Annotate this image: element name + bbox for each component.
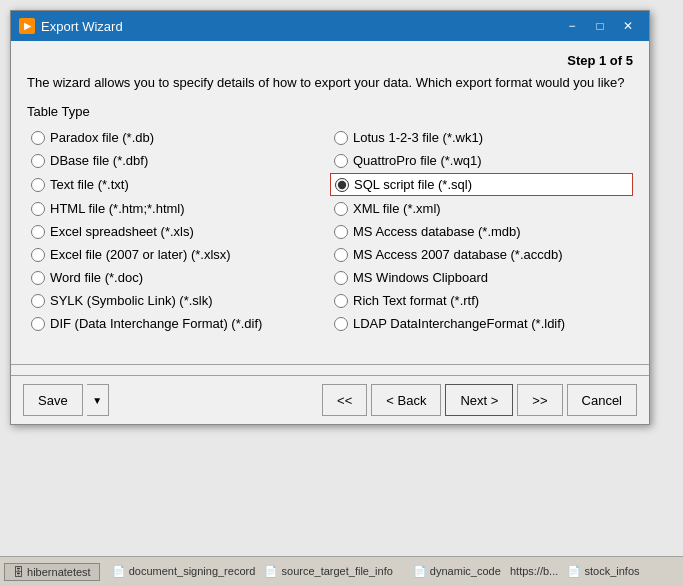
taskbar-item-hibernate[interactable]: 🗄 hibernatetest bbox=[4, 563, 100, 581]
radio-label-dif: DIF (Data Interchange Format) (*.dif) bbox=[50, 316, 262, 331]
separator bbox=[11, 364, 649, 365]
radio-input-quattro[interactable] bbox=[334, 154, 348, 168]
export-wizard-window: ▶ Export Wizard − □ ✕ Step 1 of 5 The wi… bbox=[10, 10, 650, 425]
radio-input-rtf[interactable] bbox=[334, 294, 348, 308]
taskbar-item-dynamic: 📄 dynamic_code https://b... 📄 stock_info… bbox=[405, 563, 648, 580]
radio-text[interactable]: Text file (*.txt) bbox=[27, 173, 330, 196]
window-icon: ▶ bbox=[19, 18, 35, 34]
radio-label-text: Text file (*.txt) bbox=[50, 177, 129, 192]
forward-button[interactable]: >> bbox=[517, 384, 562, 416]
cancel-button[interactable]: Cancel bbox=[567, 384, 637, 416]
window-controls: − □ ✕ bbox=[559, 16, 641, 36]
title-bar: ▶ Export Wizard − □ ✕ bbox=[11, 11, 649, 41]
wizard-content: Step 1 of 5 The wizard allows you to spe… bbox=[11, 41, 649, 354]
wizard-description: The wizard allows you to specify details… bbox=[27, 74, 633, 92]
format-radio-grid: Paradox file (*.db) Lotus 1-2-3 file (*.… bbox=[27, 127, 633, 334]
radio-input-paradox[interactable] bbox=[31, 131, 45, 145]
radio-dif[interactable]: DIF (Data Interchange Format) (*.dif) bbox=[27, 313, 330, 334]
radio-input-sylk[interactable] bbox=[31, 294, 45, 308]
radio-label-msaccess2007: MS Access 2007 database (*.accdb) bbox=[353, 247, 563, 262]
radio-label-sylk: SYLK (Symbolic Link) (*.slk) bbox=[50, 293, 213, 308]
radio-excel2007[interactable]: Excel file (2007 or later) (*.xlsx) bbox=[27, 244, 330, 265]
radio-input-html[interactable] bbox=[31, 202, 45, 216]
taskbar-item-docs: 📄 document_signing_record 📄 source_targe… bbox=[104, 563, 401, 580]
radio-input-lotus[interactable] bbox=[334, 131, 348, 145]
section-label: Table Type bbox=[27, 104, 633, 119]
radio-input-msaccess[interactable] bbox=[334, 225, 348, 239]
radio-ldap[interactable]: LDAP DataInterchangeFormat (*.ldif) bbox=[330, 313, 633, 334]
radio-msaccess2007[interactable]: MS Access 2007 database (*.accdb) bbox=[330, 244, 633, 265]
radio-excel[interactable]: Excel spreadsheet (*.xls) bbox=[27, 221, 330, 242]
radio-input-xml[interactable] bbox=[334, 202, 348, 216]
minimize-button[interactable]: − bbox=[559, 16, 585, 36]
radio-dbase[interactable]: DBase file (*.dbf) bbox=[27, 150, 330, 171]
radio-label-msclipboard: MS Windows Clipboard bbox=[353, 270, 488, 285]
radio-html[interactable]: HTML file (*.htm;*.html) bbox=[27, 198, 330, 219]
radio-input-word[interactable] bbox=[31, 271, 45, 285]
radio-label-quattro: QuattroPro file (*.wq1) bbox=[353, 153, 482, 168]
radio-input-sql[interactable] bbox=[335, 178, 349, 192]
radio-label-xml: XML file (*.xml) bbox=[353, 201, 441, 216]
radio-input-dbase[interactable] bbox=[31, 154, 45, 168]
restore-button[interactable]: □ bbox=[587, 16, 613, 36]
radio-label-excel2007: Excel file (2007 or later) (*.xlsx) bbox=[50, 247, 231, 262]
radio-xml[interactable]: XML file (*.xml) bbox=[330, 198, 633, 219]
radio-input-excel[interactable] bbox=[31, 225, 45, 239]
radio-rtf[interactable]: Rich Text format (*.rtf) bbox=[330, 290, 633, 311]
radio-paradox[interactable]: Paradox file (*.db) bbox=[27, 127, 330, 148]
radio-input-excel2007[interactable] bbox=[31, 248, 45, 262]
back-button[interactable]: < Back bbox=[371, 384, 441, 416]
close-button[interactable]: ✕ bbox=[615, 16, 641, 36]
radio-label-msaccess: MS Access database (*.mdb) bbox=[353, 224, 521, 239]
radio-msclipboard[interactable]: MS Windows Clipboard bbox=[330, 267, 633, 288]
save-dropdown-button[interactable]: ▼ bbox=[87, 384, 109, 416]
save-button[interactable]: Save bbox=[23, 384, 83, 416]
radio-input-dif[interactable] bbox=[31, 317, 45, 331]
window-title: Export Wizard bbox=[41, 19, 559, 34]
radio-msaccess[interactable]: MS Access database (*.mdb) bbox=[330, 221, 633, 242]
radio-label-dbase: DBase file (*.dbf) bbox=[50, 153, 148, 168]
radio-word[interactable]: Word file (*.doc) bbox=[27, 267, 330, 288]
radio-label-sql: SQL script file (*.sql) bbox=[354, 177, 472, 192]
next-button[interactable]: Next > bbox=[445, 384, 513, 416]
radio-input-msclipboard[interactable] bbox=[334, 271, 348, 285]
radio-quattro[interactable]: QuattroPro file (*.wq1) bbox=[330, 150, 633, 171]
radio-label-html: HTML file (*.htm;*.html) bbox=[50, 201, 185, 216]
radio-label-excel: Excel spreadsheet (*.xls) bbox=[50, 224, 194, 239]
radio-label-ldap: LDAP DataInterchangeFormat (*.ldif) bbox=[353, 316, 565, 331]
back-back-button[interactable]: << bbox=[322, 384, 367, 416]
radio-label-paradox: Paradox file (*.db) bbox=[50, 130, 154, 145]
radio-sylk[interactable]: SYLK (Symbolic Link) (*.slk) bbox=[27, 290, 330, 311]
radio-input-msaccess2007[interactable] bbox=[334, 248, 348, 262]
radio-sql[interactable]: SQL script file (*.sql) bbox=[330, 173, 633, 196]
radio-label-rtf: Rich Text format (*.rtf) bbox=[353, 293, 479, 308]
radio-label-word: Word file (*.doc) bbox=[50, 270, 143, 285]
radio-lotus[interactable]: Lotus 1-2-3 file (*.wk1) bbox=[330, 127, 633, 148]
taskbar: 🗄 hibernatetest 📄 document_signing_recor… bbox=[0, 556, 683, 586]
radio-label-lotus: Lotus 1-2-3 file (*.wk1) bbox=[353, 130, 483, 145]
step-info: Step 1 of 5 bbox=[27, 53, 633, 68]
radio-input-text[interactable] bbox=[31, 178, 45, 192]
bottom-bar: Save ▼ << < Back Next > >> Cancel bbox=[11, 375, 649, 424]
radio-input-ldap[interactable] bbox=[334, 317, 348, 331]
